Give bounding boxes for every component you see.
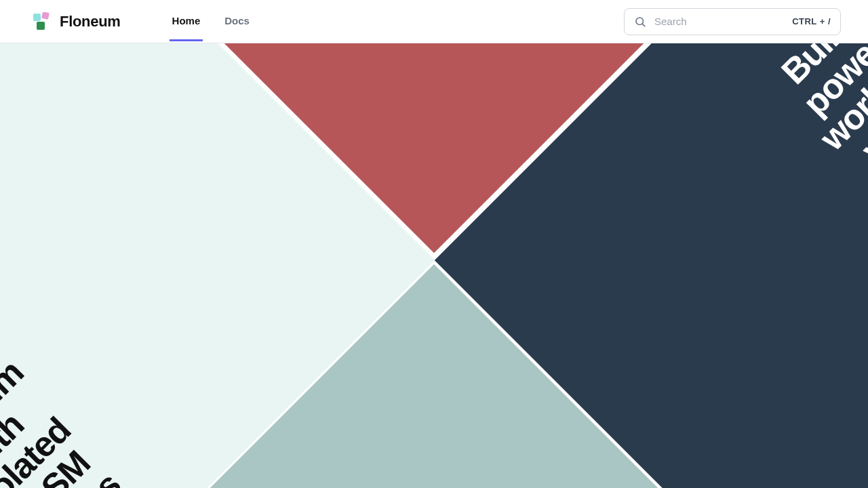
- brand-logo-icon: [33, 12, 54, 31]
- hero-panel-right-text: Build AI powered workflows visually: [761, 43, 868, 184]
- app-header: Floneum Home Docs CTRL + /: [0, 0, 868, 43]
- nav-docs[interactable]: Docs: [222, 1, 252, 41]
- search-icon: [634, 16, 646, 28]
- hero-panel-left-text: Securely extend Floneum with isolated WA…: [0, 302, 135, 488]
- svg-rect-1: [41, 12, 50, 20]
- svg-rect-0: [33, 14, 41, 21]
- brand-name: Floneum: [60, 13, 121, 30]
- primary-nav: Home Docs: [170, 1, 252, 41]
- search-box[interactable]: CTRL + /: [624, 8, 841, 35]
- svg-rect-2: [37, 22, 45, 30]
- nav-home[interactable]: Home: [170, 1, 203, 41]
- search: CTRL + /: [624, 8, 841, 35]
- svg-line-4: [642, 24, 645, 26]
- brand[interactable]: Floneum: [33, 12, 121, 31]
- search-input[interactable]: [654, 16, 784, 27]
- hero: Securely extend Floneum with isolated WA…: [0, 43, 868, 488]
- search-shortcut-hint: CTRL + /: [792, 16, 831, 26]
